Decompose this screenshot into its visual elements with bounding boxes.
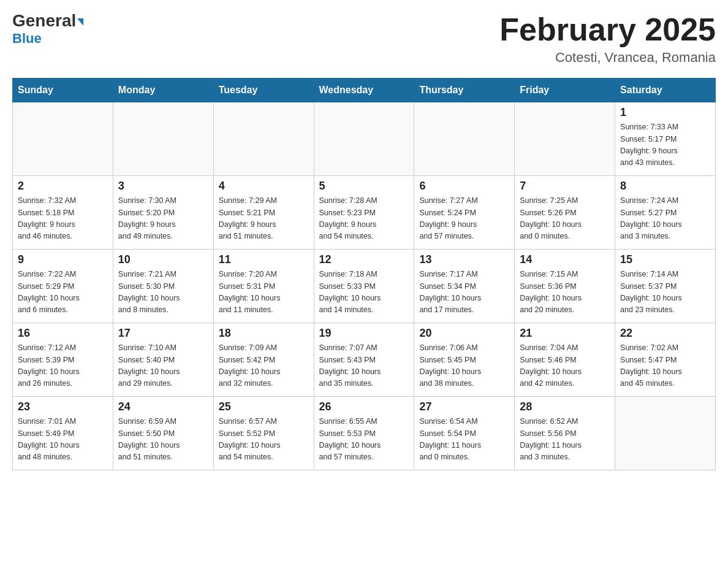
day-info: Sunrise: 7:07 AM Sunset: 5:43 PM Dayligh… xyxy=(319,342,409,390)
page-header: General Blue February 2025 Cotesti, Vran… xyxy=(12,12,716,66)
day-number: 12 xyxy=(319,253,409,266)
calendar-cell: 23Sunrise: 7:01 AM Sunset: 5:49 PM Dayli… xyxy=(13,397,113,470)
day-number: 5 xyxy=(319,180,409,193)
day-number: 21 xyxy=(520,327,610,340)
day-info: Sunrise: 7:04 AM Sunset: 5:46 PM Dayligh… xyxy=(520,342,610,390)
day-info: Sunrise: 7:15 AM Sunset: 5:36 PM Dayligh… xyxy=(520,269,610,316)
day-info: Sunrise: 6:54 AM Sunset: 5:54 PM Dayligh… xyxy=(419,416,509,464)
calendar-cell: 6Sunrise: 7:27 AM Sunset: 5:24 PM Daylig… xyxy=(414,176,515,250)
day-number: 8 xyxy=(620,180,710,193)
day-info: Sunrise: 7:10 AM Sunset: 5:40 PM Dayligh… xyxy=(118,342,208,390)
day-info: Sunrise: 7:27 AM Sunset: 5:24 PM Dayligh… xyxy=(419,195,509,243)
calendar-cell: 8Sunrise: 7:24 AM Sunset: 5:27 PM Daylig… xyxy=(615,176,716,250)
calendar-cell: 15Sunrise: 7:14 AM Sunset: 5:37 PM Dayli… xyxy=(615,250,716,323)
day-info: Sunrise: 7:32 AM Sunset: 5:18 PM Dayligh… xyxy=(18,195,108,243)
day-number: 2 xyxy=(18,180,108,193)
day-info: Sunrise: 6:57 AM Sunset: 5:52 PM Dayligh… xyxy=(219,416,309,464)
calendar-cell xyxy=(213,102,314,176)
calendar-week-row: 23Sunrise: 7:01 AM Sunset: 5:49 PM Dayli… xyxy=(13,397,716,470)
calendar-title: February 2025 xyxy=(499,12,716,47)
calendar-cell: 27Sunrise: 6:54 AM Sunset: 5:54 PM Dayli… xyxy=(414,397,515,470)
calendar-title-block: February 2025 Cotesti, Vrancea, Romania xyxy=(499,12,716,66)
calendar-cell: 4Sunrise: 7:29 AM Sunset: 5:21 PM Daylig… xyxy=(213,176,314,250)
day-info: Sunrise: 7:29 AM Sunset: 5:21 PM Dayligh… xyxy=(219,195,309,243)
calendar-cell: 11Sunrise: 7:20 AM Sunset: 5:31 PM Dayli… xyxy=(213,250,314,323)
day-info: Sunrise: 7:18 AM Sunset: 5:33 PM Dayligh… xyxy=(319,269,409,316)
calendar-cell: 13Sunrise: 7:17 AM Sunset: 5:34 PM Dayli… xyxy=(414,250,515,323)
calendar-cell: 1Sunrise: 7:33 AM Sunset: 5:17 PM Daylig… xyxy=(615,102,716,176)
calendar-cell: 16Sunrise: 7:12 AM Sunset: 5:39 PM Dayli… xyxy=(13,323,113,397)
calendar-week-row: 16Sunrise: 7:12 AM Sunset: 5:39 PM Dayli… xyxy=(13,323,716,397)
day-info: Sunrise: 7:14 AM Sunset: 5:37 PM Dayligh… xyxy=(620,269,710,316)
weekday-header-tuesday: Tuesday xyxy=(213,79,314,102)
calendar-cell xyxy=(113,102,213,176)
calendar-cell xyxy=(314,102,414,176)
day-number: 25 xyxy=(219,400,309,413)
calendar-subtitle: Cotesti, Vrancea, Romania xyxy=(499,50,716,66)
day-number: 6 xyxy=(419,180,509,193)
weekday-header-wednesday: Wednesday xyxy=(314,79,414,102)
day-number: 9 xyxy=(18,253,108,266)
weekday-header-sunday: Sunday xyxy=(13,79,113,102)
day-info: Sunrise: 7:30 AM Sunset: 5:20 PM Dayligh… xyxy=(118,195,208,243)
logo: General Blue xyxy=(12,12,83,47)
calendar-cell xyxy=(13,102,113,176)
day-info: Sunrise: 7:33 AM Sunset: 5:17 PM Dayligh… xyxy=(620,121,710,169)
day-number: 20 xyxy=(419,327,509,340)
calendar-cell: 9Sunrise: 7:22 AM Sunset: 5:29 PM Daylig… xyxy=(13,250,113,323)
day-number: 15 xyxy=(620,253,710,266)
day-info: Sunrise: 7:06 AM Sunset: 5:45 PM Dayligh… xyxy=(419,342,509,390)
day-number: 17 xyxy=(118,327,208,340)
logo-triangle-icon xyxy=(77,18,83,26)
day-number: 18 xyxy=(219,327,309,340)
day-info: Sunrise: 7:25 AM Sunset: 5:26 PM Dayligh… xyxy=(520,195,610,243)
calendar-table: SundayMondayTuesdayWednesdayThursdayFrid… xyxy=(12,78,716,470)
day-number: 7 xyxy=(520,180,610,193)
calendar-cell: 14Sunrise: 7:15 AM Sunset: 5:36 PM Dayli… xyxy=(515,250,615,323)
calendar-cell: 28Sunrise: 6:52 AM Sunset: 5:56 PM Dayli… xyxy=(515,397,615,470)
calendar-week-row: 2Sunrise: 7:32 AM Sunset: 5:18 PM Daylig… xyxy=(13,176,716,250)
day-info: Sunrise: 6:59 AM Sunset: 5:50 PM Dayligh… xyxy=(118,416,208,464)
day-info: Sunrise: 7:21 AM Sunset: 5:30 PM Dayligh… xyxy=(118,269,208,316)
day-number: 22 xyxy=(620,327,710,340)
day-info: Sunrise: 7:01 AM Sunset: 5:49 PM Dayligh… xyxy=(18,416,108,464)
calendar-cell: 24Sunrise: 6:59 AM Sunset: 5:50 PM Dayli… xyxy=(113,397,213,470)
day-number: 11 xyxy=(219,253,309,266)
calendar-cell: 2Sunrise: 7:32 AM Sunset: 5:18 PM Daylig… xyxy=(13,176,113,250)
day-number: 10 xyxy=(118,253,208,266)
calendar-cell: 21Sunrise: 7:04 AM Sunset: 5:46 PM Dayli… xyxy=(515,323,615,397)
logo-general-text: General xyxy=(12,12,83,29)
calendar-cell: 12Sunrise: 7:18 AM Sunset: 5:33 PM Dayli… xyxy=(314,250,414,323)
day-number: 3 xyxy=(118,180,208,193)
day-info: Sunrise: 7:28 AM Sunset: 5:23 PM Dayligh… xyxy=(319,195,409,243)
day-info: Sunrise: 6:52 AM Sunset: 5:56 PM Dayligh… xyxy=(520,416,610,464)
calendar-week-row: 9Sunrise: 7:22 AM Sunset: 5:29 PM Daylig… xyxy=(13,250,716,323)
calendar-cell: 22Sunrise: 7:02 AM Sunset: 5:47 PM Dayli… xyxy=(615,323,716,397)
calendar-cell: 3Sunrise: 7:30 AM Sunset: 5:20 PM Daylig… xyxy=(113,176,213,250)
day-number: 19 xyxy=(319,327,409,340)
calendar-cell: 17Sunrise: 7:10 AM Sunset: 5:40 PM Dayli… xyxy=(113,323,213,397)
weekday-header-monday: Monday xyxy=(113,79,213,102)
day-number: 1 xyxy=(620,106,710,119)
day-info: Sunrise: 7:24 AM Sunset: 5:27 PM Dayligh… xyxy=(620,195,710,243)
day-info: Sunrise: 7:22 AM Sunset: 5:29 PM Dayligh… xyxy=(18,269,108,316)
calendar-cell: 10Sunrise: 7:21 AM Sunset: 5:30 PM Dayli… xyxy=(113,250,213,323)
calendar-cell xyxy=(615,397,716,470)
day-number: 13 xyxy=(419,253,509,266)
weekday-header-row: SundayMondayTuesdayWednesdayThursdayFrid… xyxy=(13,79,716,102)
logo-blue-text: Blue xyxy=(12,31,42,47)
day-number: 24 xyxy=(118,400,208,413)
weekday-header-thursday: Thursday xyxy=(414,79,515,102)
day-info: Sunrise: 6:55 AM Sunset: 5:53 PM Dayligh… xyxy=(319,416,409,464)
calendar-cell: 19Sunrise: 7:07 AM Sunset: 5:43 PM Dayli… xyxy=(314,323,414,397)
day-number: 26 xyxy=(319,400,409,413)
day-number: 4 xyxy=(219,180,309,193)
calendar-cell: 5Sunrise: 7:28 AM Sunset: 5:23 PM Daylig… xyxy=(314,176,414,250)
day-info: Sunrise: 7:09 AM Sunset: 5:42 PM Dayligh… xyxy=(219,342,309,390)
day-info: Sunrise: 7:20 AM Sunset: 5:31 PM Dayligh… xyxy=(219,269,309,316)
calendar-cell: 20Sunrise: 7:06 AM Sunset: 5:45 PM Dayli… xyxy=(414,323,515,397)
calendar-body: 1Sunrise: 7:33 AM Sunset: 5:17 PM Daylig… xyxy=(13,102,716,470)
calendar-header: SundayMondayTuesdayWednesdayThursdayFrid… xyxy=(13,79,716,102)
day-number: 28 xyxy=(520,400,610,413)
day-number: 16 xyxy=(18,327,108,340)
